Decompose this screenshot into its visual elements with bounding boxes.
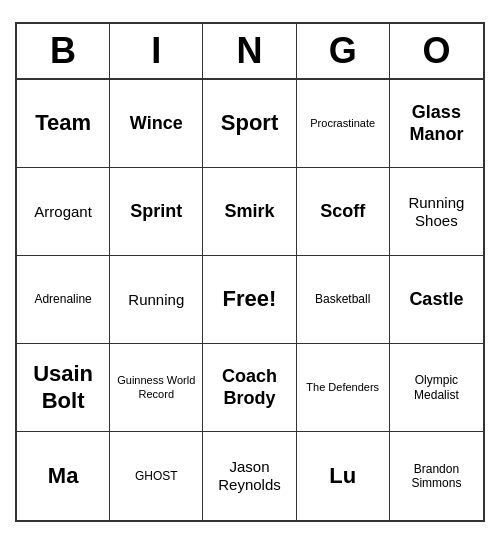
cell-text-18: The Defenders	[306, 381, 379, 394]
cell-10: Adrenaline	[17, 256, 110, 344]
header-B: B	[17, 24, 110, 78]
cell-text-8: Scoff	[320, 201, 365, 223]
cell-17: Coach Brody	[203, 344, 296, 432]
cell-21: GHOST	[110, 432, 203, 520]
cell-text-23: Lu	[329, 463, 356, 489]
cell-11: Running	[110, 256, 203, 344]
cell-text-6: Sprint	[130, 201, 182, 223]
cell-text-2: Sport	[221, 110, 278, 136]
cell-text-5: Arrogant	[34, 203, 92, 221]
header-I: I	[110, 24, 203, 78]
cell-text-14: Castle	[409, 289, 463, 311]
cell-1: Wince	[110, 80, 203, 168]
cell-text-9: Running Shoes	[394, 194, 479, 230]
cell-0: Team	[17, 80, 110, 168]
cell-7: Smirk	[203, 168, 296, 256]
cell-2: Sport	[203, 80, 296, 168]
cell-9: Running Shoes	[390, 168, 483, 256]
cell-text-21: GHOST	[135, 469, 178, 483]
cell-15: Usain Bolt	[17, 344, 110, 432]
header-O: O	[390, 24, 483, 78]
cell-text-3: Procrastinate	[310, 117, 375, 130]
cell-text-13: Basketball	[315, 292, 370, 306]
cell-text-20: Ma	[48, 463, 79, 489]
cell-8: Scoff	[297, 168, 390, 256]
bingo-header: BINGO	[17, 24, 483, 80]
cell-14: Castle	[390, 256, 483, 344]
cell-text-0: Team	[35, 110, 91, 136]
header-N: N	[203, 24, 296, 78]
cell-text-15: Usain Bolt	[21, 361, 105, 414]
cell-22: Jason Reynolds	[203, 432, 296, 520]
cell-12: Free!	[203, 256, 296, 344]
cell-text-19: Olympic Medalist	[394, 373, 479, 402]
cell-text-11: Running	[128, 291, 184, 309]
cell-text-4: Glass Manor	[394, 102, 479, 145]
cell-text-17: Coach Brody	[207, 366, 291, 409]
cell-text-1: Wince	[130, 113, 183, 135]
cell-4: Glass Manor	[390, 80, 483, 168]
cell-text-24: Brandon Simmons	[394, 462, 479, 491]
cell-24: Brandon Simmons	[390, 432, 483, 520]
cell-23: Lu	[297, 432, 390, 520]
cell-text-7: Smirk	[224, 201, 274, 223]
bingo-grid: TeamWinceSportProcrastinateGlass ManorAr…	[17, 80, 483, 520]
cell-20: Ma	[17, 432, 110, 520]
cell-13: Basketball	[297, 256, 390, 344]
cell-6: Sprint	[110, 168, 203, 256]
cell-19: Olympic Medalist	[390, 344, 483, 432]
cell-text-22: Jason Reynolds	[207, 458, 291, 494]
cell-text-12: Free!	[223, 286, 277, 312]
cell-18: The Defenders	[297, 344, 390, 432]
header-G: G	[297, 24, 390, 78]
cell-3: Procrastinate	[297, 80, 390, 168]
cell-text-10: Adrenaline	[34, 292, 91, 306]
bingo-card: BINGO TeamWinceSportProcrastinateGlass M…	[15, 22, 485, 522]
cell-16: Guinness World Record	[110, 344, 203, 432]
cell-5: Arrogant	[17, 168, 110, 256]
cell-text-16: Guinness World Record	[114, 374, 198, 400]
